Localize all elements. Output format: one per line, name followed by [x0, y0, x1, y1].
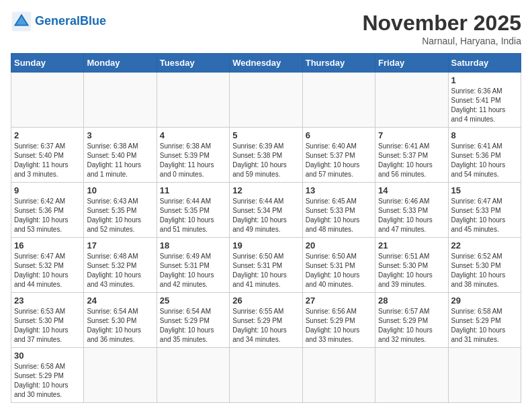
calendar-cell: 21Sunrise: 6:51 AM Sunset: 5:30 PM Dayli…: [375, 238, 448, 293]
calendar-cell: 25Sunrise: 6:54 AM Sunset: 5:29 PM Dayli…: [157, 293, 229, 348]
day-info: Sunrise: 6:45 AM Sunset: 5:33 PM Dayligh…: [306, 197, 372, 234]
day-number: 24: [87, 295, 153, 306]
header-saturday: Saturday: [448, 54, 521, 73]
calendar-row-2: 9Sunrise: 6:42 AM Sunset: 5:36 PM Daylig…: [11, 183, 521, 238]
logo-icon: [11, 11, 32, 32]
title-block: November 2025 Narnaul, Haryana, India: [362, 11, 521, 46]
calendar-cell: [375, 348, 448, 403]
day-info: Sunrise: 6:49 AM Sunset: 5:31 PM Dayligh…: [160, 252, 226, 289]
day-number: 12: [232, 185, 299, 195]
day-number: 4: [160, 130, 226, 140]
logo-general: General: [35, 14, 80, 28]
day-info: Sunrise: 6:38 AM Sunset: 5:40 PM Dayligh…: [87, 142, 153, 179]
calendar-cell: 6Sunrise: 6:40 AM Sunset: 5:37 PM Daylig…: [302, 128, 375, 183]
day-info: Sunrise: 6:58 AM Sunset: 5:29 PM Dayligh…: [14, 362, 81, 400]
day-number: 2: [14, 130, 81, 140]
day-number: 23: [14, 295, 81, 306]
day-number: 22: [451, 240, 518, 250]
day-info: Sunrise: 6:36 AM Sunset: 5:41 PM Dayligh…: [451, 87, 518, 124]
day-number: 13: [306, 185, 372, 195]
day-info: Sunrise: 6:57 AM Sunset: 5:29 PM Dayligh…: [378, 307, 445, 345]
header-sunday: Sunday: [11, 54, 84, 73]
calendar-cell: [375, 73, 448, 128]
calendar-cell: 16Sunrise: 6:47 AM Sunset: 5:32 PM Dayli…: [11, 238, 84, 293]
calendar-cell: 17Sunrise: 6:48 AM Sunset: 5:32 PM Dayli…: [84, 238, 157, 293]
calendar-cell: 9Sunrise: 6:42 AM Sunset: 5:36 PM Daylig…: [11, 183, 84, 238]
day-number: 21: [378, 240, 445, 250]
day-number: 17: [87, 240, 153, 250]
calendar-cell: [230, 73, 302, 128]
day-info: Sunrise: 6:50 AM Sunset: 5:31 PM Dayligh…: [232, 252, 299, 289]
day-info: Sunrise: 6:48 AM Sunset: 5:32 PM Dayligh…: [87, 252, 153, 289]
day-info: Sunrise: 6:47 AM Sunset: 5:33 PM Dayligh…: [451, 197, 518, 234]
calendar-cell: 15Sunrise: 6:47 AM Sunset: 5:33 PM Dayli…: [448, 183, 521, 238]
day-info: Sunrise: 6:39 AM Sunset: 5:38 PM Dayligh…: [232, 142, 299, 179]
day-number: 26: [232, 295, 299, 306]
day-info: Sunrise: 6:51 AM Sunset: 5:30 PM Dayligh…: [378, 252, 445, 289]
day-info: Sunrise: 6:37 AM Sunset: 5:40 PM Dayligh…: [14, 142, 81, 179]
calendar-cell: 29Sunrise: 6:58 AM Sunset: 5:29 PM Dayli…: [448, 293, 521, 348]
calendar-cell: [230, 348, 302, 403]
calendar-cell: 23Sunrise: 6:53 AM Sunset: 5:30 PM Dayli…: [11, 293, 84, 348]
day-number: 18: [160, 240, 226, 250]
month-title: November 2025: [362, 11, 521, 36]
day-info: Sunrise: 6:41 AM Sunset: 5:36 PM Dayligh…: [451, 142, 518, 179]
header-friday: Friday: [375, 54, 448, 73]
day-number: 8: [451, 130, 518, 140]
calendar-cell: 26Sunrise: 6:55 AM Sunset: 5:29 PM Dayli…: [230, 293, 302, 348]
day-number: 11: [160, 185, 226, 195]
calendar-cell: 24Sunrise: 6:54 AM Sunset: 5:30 PM Dayli…: [84, 293, 157, 348]
day-number: 5: [232, 130, 299, 140]
calendar-cell: [11, 73, 84, 128]
calendar-row-5: 30Sunrise: 6:58 AM Sunset: 5:29 PM Dayli…: [11, 348, 521, 403]
day-number: 25: [160, 295, 226, 306]
calendar-cell: 11Sunrise: 6:44 AM Sunset: 5:35 PM Dayli…: [157, 183, 229, 238]
day-info: Sunrise: 6:44 AM Sunset: 5:35 PM Dayligh…: [160, 197, 226, 234]
day-number: 3: [87, 130, 153, 140]
header-thursday: Thursday: [302, 54, 375, 73]
day-number: 27: [306, 295, 372, 306]
calendar-cell: [84, 73, 157, 128]
day-number: 14: [378, 185, 445, 195]
day-info: Sunrise: 6:40 AM Sunset: 5:37 PM Dayligh…: [306, 142, 372, 179]
day-info: Sunrise: 6:42 AM Sunset: 5:36 PM Dayligh…: [14, 197, 81, 234]
day-info: Sunrise: 6:44 AM Sunset: 5:34 PM Dayligh…: [232, 197, 299, 234]
logo-blue-text: Blue: [80, 14, 106, 28]
calendar-cell: 30Sunrise: 6:58 AM Sunset: 5:29 PM Dayli…: [11, 348, 84, 403]
day-number: 1: [451, 75, 518, 85]
day-number: 10: [87, 185, 153, 195]
calendar-cell: 1Sunrise: 6:36 AM Sunset: 5:41 PM Daylig…: [448, 73, 521, 128]
day-number: 20: [306, 240, 372, 250]
day-number: 19: [232, 240, 299, 250]
calendar-row-1: 2Sunrise: 6:37 AM Sunset: 5:40 PM Daylig…: [11, 128, 521, 183]
day-number: 15: [451, 185, 518, 195]
calendar-cell: 13Sunrise: 6:45 AM Sunset: 5:33 PM Dayli…: [302, 183, 375, 238]
day-info: Sunrise: 6:41 AM Sunset: 5:37 PM Dayligh…: [378, 142, 445, 179]
day-info: Sunrise: 6:55 AM Sunset: 5:29 PM Dayligh…: [232, 307, 299, 345]
day-info: Sunrise: 6:47 AM Sunset: 5:32 PM Dayligh…: [14, 252, 81, 289]
day-info: Sunrise: 6:43 AM Sunset: 5:35 PM Dayligh…: [87, 197, 153, 234]
day-info: Sunrise: 6:52 AM Sunset: 5:30 PM Dayligh…: [451, 252, 518, 289]
calendar-table: Sunday Monday Tuesday Wednesday Thursday…: [11, 53, 521, 403]
calendar-cell: 8Sunrise: 6:41 AM Sunset: 5:36 PM Daylig…: [448, 128, 521, 183]
calendar-cell: [157, 348, 229, 403]
calendar-row-0: 1Sunrise: 6:36 AM Sunset: 5:41 PM Daylig…: [11, 73, 521, 128]
header-monday: Monday: [84, 54, 157, 73]
calendar-cell: 3Sunrise: 6:38 AM Sunset: 5:40 PM Daylig…: [84, 128, 157, 183]
header-wednesday: Wednesday: [230, 54, 302, 73]
calendar-row-4: 23Sunrise: 6:53 AM Sunset: 5:30 PM Dayli…: [11, 293, 521, 348]
calendar-cell: 18Sunrise: 6:49 AM Sunset: 5:31 PM Dayli…: [157, 238, 229, 293]
day-number: 7: [378, 130, 445, 140]
day-info: Sunrise: 6:38 AM Sunset: 5:39 PM Dayligh…: [160, 142, 226, 179]
day-number: 16: [14, 240, 81, 250]
page-header: GeneralBlue November 2025 Narnaul, Harya…: [11, 11, 521, 46]
calendar-cell: 4Sunrise: 6:38 AM Sunset: 5:39 PM Daylig…: [157, 128, 229, 183]
day-number: 28: [378, 295, 445, 306]
calendar-cell: 2Sunrise: 6:37 AM Sunset: 5:40 PM Daylig…: [11, 128, 84, 183]
calendar-cell: 5Sunrise: 6:39 AM Sunset: 5:38 PM Daylig…: [230, 128, 302, 183]
day-info: Sunrise: 6:56 AM Sunset: 5:29 PM Dayligh…: [306, 307, 372, 345]
day-info: Sunrise: 6:53 AM Sunset: 5:30 PM Dayligh…: [14, 307, 81, 345]
weekday-header-row: Sunday Monday Tuesday Wednesday Thursday…: [11, 54, 521, 73]
calendar-cell: 12Sunrise: 6:44 AM Sunset: 5:34 PM Dayli…: [230, 183, 302, 238]
calendar-cell: 20Sunrise: 6:50 AM Sunset: 5:31 PM Dayli…: [302, 238, 375, 293]
